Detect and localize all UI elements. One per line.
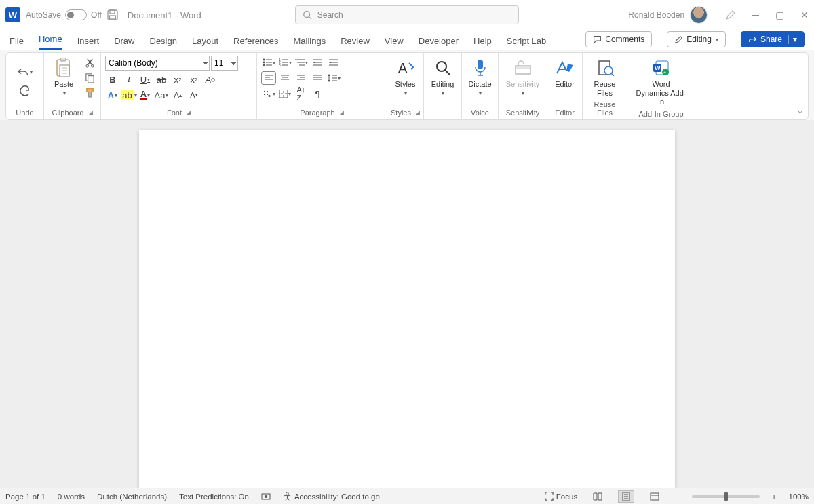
focus-mode-button[interactable]: Focus xyxy=(545,492,577,501)
language-indicator[interactable]: Dutch (Netherlands) xyxy=(97,492,167,501)
highlight-button[interactable]: ab▾ xyxy=(121,88,136,102)
collapse-ribbon-button[interactable]: ⌵ xyxy=(798,106,802,115)
bullets-button[interactable]: ▾ xyxy=(261,56,276,69)
addin-icon: W+ xyxy=(651,57,672,79)
line-spacing-button[interactable]: ▾ xyxy=(326,71,341,85)
svg-line-63 xyxy=(445,70,450,75)
document-area[interactable] xyxy=(0,120,814,488)
italic-button[interactable]: I xyxy=(121,73,136,86)
toggle-off-icon[interactable] xyxy=(65,9,87,20)
grow-font-button[interactable]: A▴ xyxy=(170,88,185,102)
dialog-launcher-icon[interactable]: ◢ xyxy=(88,109,93,116)
minimize-button[interactable]: ─ xyxy=(752,9,759,20)
dialog-launcher-icon[interactable]: ◢ xyxy=(339,109,344,116)
text-effects-button[interactable]: A▾ xyxy=(105,88,120,102)
font-name-select[interactable]: Calibri (Body) xyxy=(105,56,210,71)
strikethrough-button[interactable]: ab xyxy=(154,73,169,86)
tab-help[interactable]: Help xyxy=(473,36,492,50)
dialog-launcher-icon[interactable]: ◢ xyxy=(186,109,191,116)
borders-button[interactable]: ▾ xyxy=(277,87,292,100)
bold-button[interactable]: B xyxy=(105,73,120,86)
save-icon[interactable] xyxy=(107,9,118,20)
group-label-sensitivity: Sensitivity xyxy=(503,107,543,118)
word-dynamics-addin-button[interactable]: W+ Word Dynamics Add-In xyxy=(632,56,691,109)
format-painter-button[interactable] xyxy=(82,85,97,99)
read-mode-button[interactable] xyxy=(589,490,606,503)
multilevel-list-button[interactable]: ▾ xyxy=(294,56,309,69)
font-color-button[interactable]: A▾ xyxy=(138,88,153,102)
copy-button[interactable] xyxy=(82,71,97,84)
shading-button[interactable]: ▾ xyxy=(261,87,276,100)
comments-button[interactable]: Comments xyxy=(585,31,652,47)
editing-dropdown-button[interactable]: Editing ▾ xyxy=(427,56,459,98)
zoom-slider[interactable] xyxy=(692,495,760,498)
zoom-in-button[interactable]: + xyxy=(772,492,777,501)
macro-record-icon[interactable] xyxy=(261,492,271,501)
numbering-button[interactable]: 123▾ xyxy=(277,56,292,69)
tab-review[interactable]: Review xyxy=(341,36,370,50)
tab-home[interactable]: Home xyxy=(39,34,62,50)
reuse-files-button[interactable]: Reuse Files xyxy=(587,56,623,99)
svg-rect-16 xyxy=(88,92,91,97)
print-layout-button[interactable] xyxy=(618,490,634,503)
chevron-down-icon[interactable]: ▾ xyxy=(788,35,797,44)
tab-view[interactable]: View xyxy=(385,36,404,50)
change-case-button[interactable]: Aa▾ xyxy=(154,88,169,102)
autosave-toggle[interactable]: AutoSave Off xyxy=(26,9,102,20)
close-button[interactable]: ✕ xyxy=(800,9,809,20)
show-marks-button[interactable]: ¶ xyxy=(310,87,325,100)
align-right-button[interactable] xyxy=(294,71,309,85)
svg-rect-6 xyxy=(60,58,66,61)
pen-icon[interactable] xyxy=(725,9,736,20)
zoom-out-button[interactable]: − xyxy=(675,492,680,501)
align-center-button[interactable] xyxy=(277,71,292,85)
font-size-select[interactable]: 11 xyxy=(211,56,238,71)
search-input[interactable]: Search xyxy=(295,5,519,24)
undo-button[interactable]: ▾ xyxy=(18,65,33,79)
svg-rect-66 xyxy=(516,66,530,69)
redo-button[interactable] xyxy=(18,84,33,98)
paste-button[interactable]: Paste ▾ xyxy=(48,56,79,98)
underline-button[interactable]: U▾ xyxy=(138,73,153,86)
tab-developer[interactable]: Developer xyxy=(419,36,459,50)
user-account[interactable]: Ronald Booden xyxy=(628,6,708,24)
editor-button[interactable]: Editor xyxy=(549,56,581,90)
document-page[interactable] xyxy=(139,130,675,488)
pencil-icon xyxy=(674,35,683,44)
tab-file[interactable]: File xyxy=(9,36,24,50)
justify-button[interactable] xyxy=(310,71,325,85)
web-layout-button[interactable] xyxy=(646,490,663,503)
accessibility-icon xyxy=(283,492,292,501)
tab-design[interactable]: Design xyxy=(150,36,177,50)
dialog-launcher-icon[interactable]: ◢ xyxy=(415,109,420,116)
user-name: Ronald Booden xyxy=(628,10,684,20)
text-predictions[interactable]: Text Predictions: On xyxy=(179,492,249,501)
tab-draw[interactable]: Draw xyxy=(114,36,134,50)
subscript-button[interactable]: x2 xyxy=(170,73,185,86)
styles-button[interactable]: A Styles ▾ xyxy=(390,56,421,98)
cut-button[interactable] xyxy=(82,56,97,69)
maximize-button[interactable]: ▢ xyxy=(775,9,784,20)
group-label-reuse: Reuse Files xyxy=(587,99,623,118)
superscript-button[interactable]: x2 xyxy=(187,73,201,86)
zoom-level[interactable]: 100% xyxy=(789,492,809,501)
tab-insert[interactable]: Insert xyxy=(77,36,100,50)
tab-scriptlab[interactable]: Script Lab xyxy=(507,36,547,50)
clear-formatting-button[interactable]: A◇ xyxy=(203,73,218,86)
dictate-button[interactable]: Dictate ▾ xyxy=(465,56,496,98)
tab-references[interactable]: References xyxy=(233,36,278,50)
increase-indent-button[interactable] xyxy=(326,56,341,69)
tab-mailings[interactable]: Mailings xyxy=(294,36,326,50)
shrink-font-button[interactable]: A▾ xyxy=(187,88,201,102)
sort-button[interactable]: A↓Z xyxy=(294,87,309,100)
share-button[interactable]: Share ▾ xyxy=(741,31,805,47)
sensitivity-icon xyxy=(512,57,534,79)
tab-layout[interactable]: Layout xyxy=(192,36,218,50)
align-left-button[interactable] xyxy=(261,71,276,85)
editing-mode-button[interactable]: Editing ▾ xyxy=(667,31,726,47)
avatar[interactable] xyxy=(690,6,708,24)
accessibility-status[interactable]: Accessibility: Good to go xyxy=(283,492,380,501)
decrease-indent-button[interactable] xyxy=(310,56,325,69)
word-count[interactable]: 0 words xyxy=(58,492,85,501)
page-indicator[interactable]: Page 1 of 1 xyxy=(5,492,45,501)
